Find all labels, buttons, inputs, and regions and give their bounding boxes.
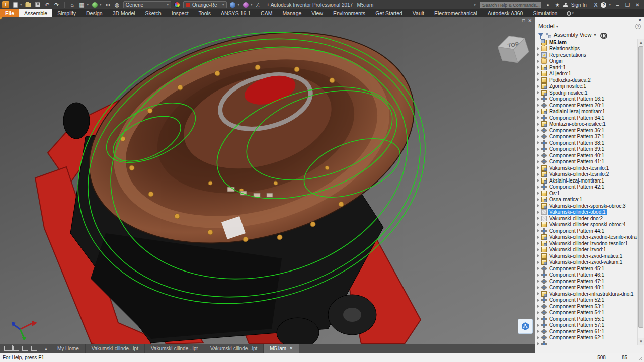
tree-item-component-pattern-46-1[interactable]: Component Pattern 46:1 bbox=[535, 272, 638, 279]
expander-icon[interactable] bbox=[537, 116, 541, 119]
screencast-button[interactable]: ▾ bbox=[562, 9, 578, 17]
ribbon-tab-electromechanical[interactable]: Electromechanical bbox=[429, 9, 482, 17]
tree-item-representations[interactable]: Representations bbox=[535, 52, 638, 58]
doc-minimize-button[interactable]: – bbox=[517, 18, 519, 23]
expander-icon[interactable] bbox=[537, 123, 541, 126]
expander-icon[interactable] bbox=[537, 160, 541, 163]
expander-icon[interactable] bbox=[537, 198, 541, 201]
expander-icon[interactable] bbox=[537, 186, 541, 189]
shared-view-button[interactable] bbox=[518, 319, 533, 334]
cascade-windows-icon[interactable] bbox=[4, 346, 10, 351]
restore-button[interactable]: ❐ bbox=[624, 2, 631, 8]
expander-icon[interactable] bbox=[537, 217, 541, 220]
expander-icon[interactable] bbox=[537, 311, 541, 314]
tree-item-component-pattern-54-1[interactable]: Component Pattern 54:1 bbox=[535, 310, 638, 316]
ribbon-tab-simulation[interactable]: Simulation bbox=[528, 9, 562, 17]
expander-icon[interactable] bbox=[537, 104, 541, 107]
tree-item-component-pattern-37-1[interactable]: Component Pattern 37:1 bbox=[535, 134, 638, 140]
ribbon-tab-environments[interactable]: Environments bbox=[328, 9, 370, 17]
expander-icon[interactable] bbox=[537, 141, 541, 144]
tree-item-component-pattern-40-1[interactable]: Component Pattern 40:1 bbox=[535, 152, 638, 159]
expander-icon[interactable] bbox=[537, 60, 541, 63]
tree-item-component-pattern-44-1[interactable]: Component Pattern 44:1 bbox=[535, 228, 638, 234]
scroll-up-icon[interactable]: ▲ bbox=[638, 39, 644, 46]
close-button[interactable]: ✕ bbox=[634, 2, 641, 8]
send-icon[interactable]: ➢ bbox=[545, 1, 552, 8]
tree-item-relationships[interactable]: Relationships bbox=[535, 46, 638, 52]
tree-item-component-pattern-34-1[interactable]: Component Pattern 34:1 bbox=[535, 115, 638, 121]
tree-item-al-jedro-1[interactable]: Al-jedro:1 bbox=[535, 71, 638, 77]
ribbon-tab-ansys-16-1[interactable]: ANSYS 16.1 bbox=[216, 9, 256, 17]
ribbon-tab-vault[interactable]: Vault bbox=[408, 9, 429, 17]
render-icon[interactable]: ▦ bbox=[78, 1, 86, 8]
ribbon-tab-design[interactable]: Design bbox=[81, 9, 108, 17]
ribbon-tab-assemble[interactable]: Assemble bbox=[19, 9, 52, 17]
expander-icon[interactable] bbox=[537, 192, 541, 195]
expander-icon[interactable] bbox=[537, 72, 541, 75]
add-command-icon[interactable]: + bbox=[265, 1, 272, 8]
tree-item-origin[interactable]: Origin bbox=[535, 58, 638, 65]
tree-item-vakumski-cilinder-izvodno-tesnilo-notranje-1[interactable]: Vakumski-cilinder-izvodno-tesnilo-notran… bbox=[535, 234, 638, 241]
expander-icon[interactable] bbox=[537, 204, 541, 207]
ribbon-tab-autodesk-a360[interactable]: Autodesk A360 bbox=[482, 9, 528, 17]
view-mode-caret-icon[interactable]: ▾ bbox=[594, 33, 596, 37]
ribbon-tab-cam[interactable]: CAM bbox=[256, 9, 277, 17]
doc-close-button[interactable]: ✕ bbox=[528, 18, 532, 23]
panel-title[interactable]: Model bbox=[538, 23, 555, 30]
sign-in-button[interactable]: Sign In bbox=[571, 2, 587, 8]
globe-icon[interactable]: ◍ bbox=[114, 1, 121, 8]
material-select[interactable]: Generic ▾ bbox=[123, 1, 172, 8]
expander-icon[interactable] bbox=[537, 305, 541, 308]
expander-icon[interactable] bbox=[537, 330, 541, 333]
expander-icon[interactable] bbox=[537, 85, 541, 88]
undo-icon[interactable]: ↶ bbox=[44, 1, 51, 8]
expander-icon[interactable] bbox=[537, 261, 541, 264]
tree-item-podlozka-dusica-2[interactable]: Podlozka-dusica:2 bbox=[535, 77, 638, 83]
expander-icon[interactable] bbox=[537, 223, 541, 226]
expand-tabs-icon[interactable]: ▲ bbox=[44, 347, 48, 350]
render-caret-icon[interactable]: ▾ bbox=[87, 3, 89, 7]
view-mode-label[interactable]: Assembly View bbox=[554, 32, 591, 38]
doc-tab-m5-iam[interactable]: M5.iam✕ bbox=[263, 344, 299, 353]
tree-item-component-pattern-55-1[interactable]: Component Pattern 55:1 bbox=[535, 316, 638, 322]
expander-icon[interactable] bbox=[537, 317, 541, 320]
horizontal-split-icon[interactable] bbox=[22, 346, 28, 351]
expander-icon[interactable] bbox=[537, 148, 541, 151]
tree-item-vakumski-cilinder-sponski-obroc-4[interactable]: Vakumski-cilinder-sponski-obroc:4 bbox=[535, 222, 638, 228]
scrollbar-thumb[interactable] bbox=[638, 46, 643, 328]
expander-icon[interactable] bbox=[537, 78, 541, 81]
redo-icon[interactable]: ↷ bbox=[53, 1, 60, 8]
expander-icon[interactable] bbox=[537, 229, 541, 232]
ribbon-tab-get-started[interactable]: Get Started bbox=[370, 9, 408, 17]
tree-item-component-pattern-42-1[interactable]: Component Pattern 42:1 bbox=[535, 184, 638, 191]
panel-help-icon[interactable]: ? bbox=[635, 24, 641, 29]
adjust-caret-icon[interactable]: ▾ bbox=[238, 3, 240, 7]
home-icon[interactable]: ⌂ bbox=[69, 1, 76, 8]
expander-icon[interactable] bbox=[537, 110, 541, 113]
qat-overflow-caret-icon[interactable]: ▾ bbox=[273, 3, 275, 7]
expander-icon[interactable] bbox=[537, 166, 541, 169]
expander-icon[interactable] bbox=[537, 248, 541, 251]
tree-item-component-pattern-41-1[interactable]: Component Pattern 41:1 bbox=[535, 159, 638, 165]
filter-icon[interactable] bbox=[538, 33, 543, 37]
ribbon-tab-manage[interactable]: Manage bbox=[277, 9, 306, 17]
expander-icon[interactable] bbox=[537, 211, 541, 214]
ribbon-tab-file[interactable]: File bbox=[0, 9, 19, 17]
expander-icon[interactable] bbox=[537, 129, 541, 132]
expander-icon[interactable] bbox=[537, 242, 541, 245]
ribbon-tab-3d-model[interactable]: 3D Model bbox=[108, 9, 140, 17]
ribbon-tab-simplify[interactable]: Simplify bbox=[52, 9, 81, 17]
color-wheel-icon[interactable] bbox=[174, 1, 181, 8]
tree-item-osna-matica-1[interactable]: Osna-matica:1 bbox=[535, 197, 638, 203]
tree-item-component-pattern-45-1[interactable]: Component Pattern 45:1 bbox=[535, 265, 638, 272]
doc-tab-vakumski-cilinde-ipt-3[interactable]: Vakumski-cilinde...ipt bbox=[204, 344, 263, 353]
help-icon[interactable]: ? bbox=[601, 2, 606, 8]
expander-icon[interactable] bbox=[537, 274, 541, 277]
panel-title-caret-icon[interactable]: ▾ bbox=[556, 24, 558, 29]
tree-item-vakumski-cilinder-izvodno-tesnilo-1[interactable]: Vakumski-cilinder-izvodno-tesnilo:1 bbox=[535, 240, 638, 247]
tree-item-component-pattern-39-1[interactable]: Component Pattern 39:1 bbox=[535, 146, 638, 153]
tree-item-component-pattern-20-1[interactable]: Component Pattern 20:1 bbox=[535, 102, 638, 109]
tree-scrollbar[interactable]: ▲ ▼ bbox=[637, 39, 644, 345]
tree-item-os-1[interactable]: Os:1 bbox=[535, 190, 638, 197]
tree-item-vakumski-cilinder-izvod-matica-1[interactable]: Vakumski-cilinder-izvod-matica:1 bbox=[535, 253, 638, 259]
